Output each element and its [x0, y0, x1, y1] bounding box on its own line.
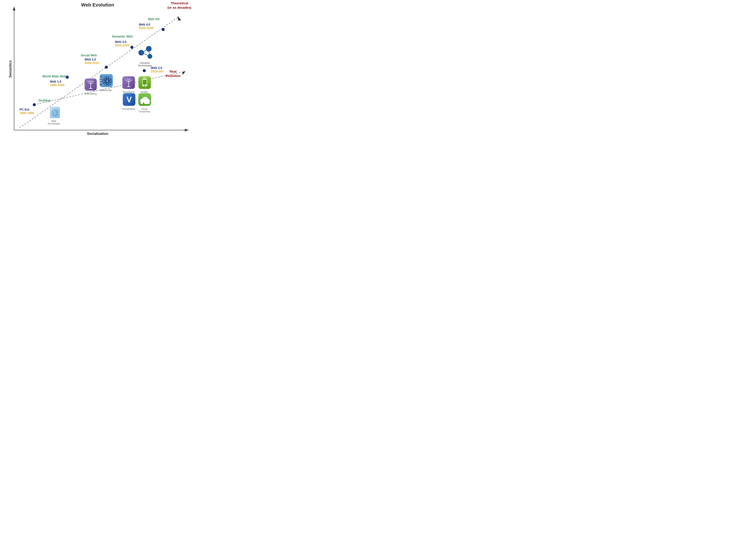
icon-web-tech: Web Tecnologies [48, 106, 61, 125]
tech-web-os: Web OS [148, 17, 159, 21]
svg-point-62 [148, 54, 152, 59]
icon-mobile: MobileComputing [138, 76, 152, 95]
tech-semantic-web: Semantic Web [112, 35, 133, 38]
svg-point-33 [106, 80, 108, 82]
svg-text:V: V [126, 95, 132, 104]
x-axis-label: Socialization [87, 132, 108, 136]
icon-networking: Networking [84, 78, 97, 94]
era-pc-name: PC Era [19, 108, 34, 111]
icon-semantic-tech-label: SemanticTechnologies [135, 62, 155, 67]
icon-web-tech-label: Web Tecnologies [46, 120, 61, 125]
svg-line-65 [149, 51, 149, 54]
svg-marker-7 [182, 71, 186, 75]
tech-desktop: Desktop [39, 99, 51, 102]
real-evolution-label: RealEvolution [166, 69, 180, 78]
icon-semantic-tech: SemanticTechnologies [136, 44, 155, 67]
icon-broadband: Broadband [122, 76, 135, 93]
icon-virtualization: V Virtualization [122, 93, 136, 110]
svg-marker-1 [13, 7, 15, 11]
svg-rect-57 [141, 101, 150, 104]
era-pc-year: 1980-1990 [19, 111, 34, 115]
svg-point-61 [146, 46, 151, 51]
theoretical-label: Theoretical(or as decades) [168, 1, 191, 10]
era-web30: Web 3.0 2010-2020 [115, 40, 129, 47]
icon-networking-label: Networking [84, 92, 97, 95]
svg-rect-30 [100, 82, 101, 84]
svg-rect-28 [100, 77, 101, 79]
era-web10-year: 1990-2000 [50, 83, 65, 87]
chart-svg [0, 0, 195, 138]
svg-point-10 [105, 66, 108, 69]
icon-multimedia-label: Multimedia [98, 89, 114, 91]
tech-social-web: Social Web [81, 54, 97, 57]
svg-line-63 [144, 50, 147, 52]
svg-point-11 [143, 69, 146, 72]
svg-rect-15 [50, 107, 60, 118]
svg-marker-5 [176, 16, 182, 22]
era-web10-name: Web 1.0 [50, 80, 65, 83]
icon-multimedia: Multimedia [99, 74, 114, 91]
svg-point-13 [162, 28, 165, 31]
era-web40-year: 2020-2030 [139, 26, 153, 30]
y-axis-label: Semantics [9, 60, 13, 78]
chart-title: Web Evolution [81, 2, 114, 8]
icon-virtualization-label: Virtualization [121, 108, 136, 110]
era-web20-name: Web 2.0 [85, 58, 99, 61]
era-web20-year: 2000-2010 [85, 61, 99, 64]
svg-point-8 [33, 103, 36, 106]
era-web20: Web 2.0 2000-2010 [85, 58, 99, 64]
svg-line-64 [144, 54, 148, 55]
era-web30-name: Web 3.0 [115, 40, 129, 43]
svg-rect-49 [143, 80, 147, 85]
icon-cloud: CloudComputing [138, 93, 152, 112]
svg-point-9 [66, 76, 69, 79]
svg-marker-3 [185, 129, 189, 131]
era-web40: Web 4.0 2020-2030 [139, 23, 153, 30]
era-web10: Web 1.0 1990-2000 [50, 80, 65, 87]
svg-rect-29 [100, 80, 101, 81]
era-web25-year: 2010-20x [151, 70, 164, 73]
tech-www: World Wide Web [42, 75, 66, 78]
svg-point-50 [144, 85, 145, 86]
era-web30-year: 2010-2020 [115, 43, 129, 47]
svg-point-12 [130, 46, 133, 49]
chart: Web Evolution Theoretical(or as decades)… [0, 0, 195, 138]
era-pc: PC Era 1980-1990 [19, 108, 34, 115]
svg-point-60 [139, 50, 144, 55]
era-web25: Web 2.5 2010-20x [151, 66, 164, 73]
icon-cloud-label: CloudComputing [137, 108, 152, 113]
era-web40-name: Web 4.0 [139, 23, 153, 26]
